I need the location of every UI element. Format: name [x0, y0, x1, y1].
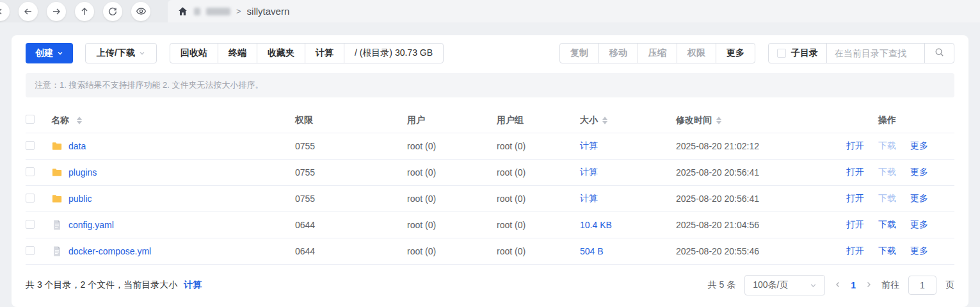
refresh-icon: [108, 6, 118, 17]
download-action[interactable]: 下载: [878, 219, 896, 231]
page-size-value: 100条/页: [753, 279, 788, 291]
header-size: 大小: [580, 115, 598, 126]
arrow-left-icon: [23, 6, 33, 17]
group-value: root (0): [497, 194, 580, 204]
size-calculate-link[interactable]: 计算: [580, 193, 598, 203]
forward-button[interactable]: [47, 2, 66, 21]
favorites-button[interactable]: 收藏夹: [257, 44, 305, 63]
header-mtime: 修改时间: [676, 115, 712, 126]
calculate-button[interactable]: 计算: [305, 44, 344, 63]
eye-icon: [136, 6, 147, 17]
open-action[interactable]: 打开: [846, 140, 864, 152]
row-checkbox[interactable]: [26, 220, 35, 229]
more-button[interactable]: 更多: [716, 44, 755, 63]
header-action: 操作: [820, 115, 954, 126]
calculate-size-link[interactable]: 计算: [184, 279, 202, 290]
more-action[interactable]: 更多: [910, 245, 928, 257]
up-directory-button[interactable]: [75, 2, 94, 21]
refresh-button[interactable]: [103, 2, 122, 21]
file-name-link[interactable]: docker-compose.yml: [68, 246, 151, 256]
open-action[interactable]: 打开: [846, 167, 864, 178]
header-permission: 权限: [295, 115, 407, 126]
page-size-select[interactable]: 100条/页: [744, 275, 825, 295]
permission-value: 0644: [295, 220, 407, 230]
row-checkbox[interactable]: [26, 246, 35, 255]
sort-mtime-control[interactable]: [716, 117, 721, 124]
search-input[interactable]: [827, 44, 924, 63]
table-footer: 共 3 个目录，2 个文件，当前目录大小 计算 共 5 条 100条/页 1: [26, 275, 954, 295]
file-size-link[interactable]: 504 B: [580, 246, 604, 256]
search-button[interactable]: [924, 44, 954, 63]
toolbar-right: 复制 移动 压缩 权限 更多 子目录: [559, 43, 954, 63]
sort-name-control[interactable]: [77, 117, 82, 124]
next-page-button[interactable]: [865, 280, 872, 290]
chevron-left-icon: [834, 280, 842, 290]
row-checkbox[interactable]: [26, 194, 35, 203]
preview-toggle-button[interactable]: [131, 2, 150, 21]
size-calculate-link[interactable]: 计算: [580, 167, 598, 177]
sort-size-control[interactable]: [602, 117, 607, 124]
more-action[interactable]: 更多: [910, 140, 928, 152]
row-checkbox[interactable]: [26, 167, 35, 176]
select-all-checkbox[interactable]: [26, 115, 35, 124]
goto-label: 前往: [881, 279, 899, 291]
compress-button[interactable]: 压缩: [638, 44, 677, 63]
redacted-breadcrumb-segment: [194, 8, 200, 15]
download-action[interactable]: 下载: [878, 245, 896, 257]
page-number[interactable]: 1: [851, 280, 856, 290]
download-action[interactable]: 下载: [878, 140, 896, 152]
subdirectory-toggle[interactable]: 子目录: [769, 44, 827, 63]
more-action[interactable]: 更多: [910, 167, 928, 178]
top-navigation-bar: > sillytavern: [0, 0, 980, 22]
mtime-value: 2025-08-20 21:02:12: [676, 141, 820, 151]
user-value: root (0): [407, 246, 497, 256]
chevron-down-icon: [139, 50, 145, 56]
size-calculate-link[interactable]: 计算: [580, 140, 598, 151]
header-user: 用户: [407, 115, 497, 126]
file-icon: [51, 219, 63, 231]
root-disk-info[interactable]: / (根目录) 30.73 GB: [344, 44, 443, 63]
row-checkbox[interactable]: [26, 141, 35, 150]
recycle-bin-button[interactable]: 回收站: [170, 44, 218, 63]
open-action[interactable]: 打开: [846, 245, 864, 257]
file-icon: [51, 245, 63, 257]
chevron-left-icon: [0, 7, 4, 16]
file-name-link[interactable]: config.yaml: [68, 220, 114, 230]
permission-value: 0755: [295, 141, 407, 151]
search-group: 子目录: [768, 43, 954, 63]
move-button[interactable]: 移动: [598, 44, 638, 63]
user-value: root (0): [407, 167, 497, 178]
prev-page-button[interactable]: [834, 280, 842, 290]
home-icon[interactable]: [177, 6, 188, 17]
permission-button[interactable]: 权限: [677, 44, 716, 63]
upload-download-button[interactable]: 上传/下载: [85, 43, 157, 63]
file-name-link[interactable]: data: [68, 141, 86, 151]
download-action[interactable]: 下载: [878, 193, 896, 204]
mtime-value: 2025-08-20 20:56:41: [676, 167, 820, 178]
permission-value: 0755: [295, 194, 407, 204]
download-action[interactable]: 下载: [878, 167, 896, 178]
open-action[interactable]: 打开: [846, 219, 864, 231]
file-size-link[interactable]: 10.4 KB: [580, 220, 612, 230]
toolbar: 创建 上传/下载 回收站 终端 收藏夹 计算 / (根目录) 30.73 GB …: [26, 43, 954, 63]
redacted-breadcrumb-segment[interactable]: [206, 8, 230, 15]
file-name-link[interactable]: plugins: [68, 167, 97, 178]
breadcrumb-current-folder: sillytavern: [247, 6, 290, 17]
mtime-value: 2025-08-20 20:56:41: [676, 194, 820, 204]
more-action[interactable]: 更多: [910, 193, 928, 204]
create-button[interactable]: 创建: [26, 43, 73, 63]
selection-actions-group: 复制 移动 压缩 权限 更多: [559, 43, 755, 63]
file-name-link[interactable]: public: [68, 194, 92, 204]
copy-button[interactable]: 复制: [560, 44, 598, 63]
goto-page-input[interactable]: [908, 276, 936, 295]
subdirectory-checkbox[interactable]: [777, 49, 786, 58]
back-button[interactable]: [19, 2, 38, 21]
total-count: 共 5 条: [708, 279, 736, 291]
more-action[interactable]: 更多: [910, 219, 928, 231]
permission-value: 0755: [295, 167, 407, 178]
terminal-button[interactable]: 终端: [218, 44, 257, 63]
collapse-button[interactable]: [0, 2, 10, 21]
search-icon: [935, 47, 944, 59]
user-value: root (0): [407, 141, 497, 151]
open-action[interactable]: 打开: [846, 193, 864, 204]
